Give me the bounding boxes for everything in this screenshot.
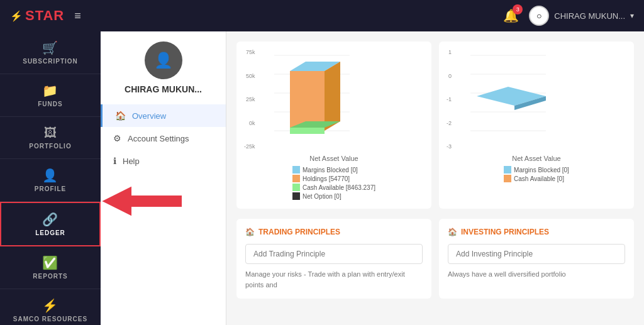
- y-label-r3: -1: [447, 96, 452, 102]
- y-label: 0k: [244, 120, 255, 126]
- charts-row: 75k 50k 25k 0k -25k: [236, 41, 634, 209]
- bar-chart-right: [458, 49, 558, 150]
- trading-principles-card: 🏠 TRADING PRINCIPLES Manage your risks -…: [236, 219, 431, 299]
- sidebar-item-profile[interactable]: 👤 PROFILE: [0, 159, 101, 202]
- chart-card-right: 1 0 -1 -2 -3: [439, 41, 634, 209]
- main-content: 75k 50k 25k 0k -25k: [226, 31, 644, 325]
- header: ⚡ STAR ≡ 🔔 3 ○ CHIRAG MUKUN... ▾: [0, 0, 644, 31]
- chevron-down-icon: ▾: [630, 11, 634, 20]
- header-right: 🔔 3 ○ CHIRAG MUKUN... ▾: [503, 6, 634, 26]
- legend-item-holdings: Holdings [54770]: [292, 175, 375, 182]
- y-label: 75k: [244, 49, 255, 55]
- svg-marker-0: [101, 185, 182, 217]
- logo-icon: ⚡: [10, 10, 23, 22]
- bell-wrapper[interactable]: 🔔 3: [503, 8, 519, 23]
- investing-principles-label: INVESTING PRINCIPLES: [461, 228, 549, 236]
- sidebar-item-samco-resources[interactable]: ⚡ SAMCO RESOURCES: [0, 289, 101, 325]
- y-axis-right: 1 0 -1 -2 -3: [447, 49, 453, 150]
- content-area: 👤 CHIRAG MUKUN... 🏠 Overview ⚙ Account S…: [101, 31, 644, 325]
- add-trading-principle-input[interactable]: [245, 244, 423, 264]
- overview-label: Overview: [132, 111, 166, 121]
- user-info[interactable]: ○ CHIRAG MUKUN... ▾: [529, 6, 634, 26]
- investing-principles-card: 🏠 INVESTING PRINCIPLES Always have a wel…: [439, 219, 634, 299]
- principles-row: 🏠 TRADING PRINCIPLES Manage your risks -…: [236, 219, 634, 299]
- svg-marker-8: [325, 62, 340, 131]
- legend-label-cash: Cash Available [8463.237]: [303, 184, 375, 191]
- trading-principles-title: 🏠 TRADING PRINCIPLES: [245, 228, 423, 236]
- profile-menu-account-settings[interactable]: ⚙ Account Settings: [101, 127, 226, 150]
- legend-item-cash-r: Cash Available [0]: [504, 175, 569, 182]
- profile-menu: 🏠 Overview ⚙ Account Settings ℹ Help: [101, 104, 226, 172]
- user-name: CHIRAG MUKUN...: [554, 11, 625, 21]
- menu-icon[interactable]: ≡: [74, 9, 81, 23]
- sidebar-label-portfolio: PORTFOLIO: [29, 143, 71, 150]
- bell-badge: 3: [513, 4, 523, 14]
- chart-card-left: 75k 50k 25k 0k -25k: [236, 41, 431, 209]
- sidebar-item-portfolio[interactable]: 🖼 PORTFOLIO: [0, 117, 101, 159]
- y-label: 25k: [244, 96, 255, 102]
- sidebar-label-funds: FUNDS: [38, 101, 62, 107]
- legend-label-holdings: Holdings [54770]: [303, 175, 350, 182]
- user-avatar: ○: [529, 6, 549, 26]
- profile-menu-help[interactable]: ℹ Help: [101, 150, 226, 172]
- profile-icon: 👤: [42, 168, 58, 183]
- investing-principles-text: Always have a well diversified portfolio: [448, 269, 625, 280]
- subscription-icon: 🛒: [42, 40, 58, 55]
- home-icon-trading: 🏠: [245, 228, 255, 236]
- reports-icon: ✅: [42, 255, 58, 270]
- overview-icon: 🏠: [115, 111, 126, 121]
- legend-item-margins-r: Margins Blocked [0]: [504, 166, 569, 174]
- bar-chart-left: [262, 49, 362, 150]
- profile-avatar-large: 👤: [145, 41, 182, 79]
- ledger-icon: 🔗: [42, 212, 58, 227]
- add-investing-principle-input[interactable]: [448, 244, 625, 264]
- y-label: -25k: [244, 143, 255, 150]
- header-left: ⚡ STAR ≡: [10, 8, 81, 24]
- samco-resources-icon: ⚡: [42, 298, 58, 313]
- legend-item-net-option: Net Option [0]: [292, 192, 375, 200]
- main-layout: 🛒 SUBSCRIPTION 📁 FUNDS 🖼 PORTFOLIO 👤 PRO…: [0, 31, 644, 325]
- logo: ⚡ STAR: [10, 8, 64, 24]
- account-settings-label: Account Settings: [128, 134, 189, 143]
- chart-title-left: Net Asset Value: [309, 155, 358, 162]
- settings-icon: ⚙: [113, 133, 121, 143]
- sidebar-label-subscription: SUBSCRIPTION: [23, 58, 78, 65]
- sidebar-item-ledger[interactable]: 🔗 LEDGER: [0, 202, 101, 246]
- sidebar-item-subscription[interactable]: 🛒 SUBSCRIPTION: [0, 31, 101, 74]
- legend-item-margins: Margins Blocked [0]: [292, 166, 375, 174]
- profile-menu-overview[interactable]: 🏠 Overview: [101, 104, 226, 127]
- profile-panel: 👤 CHIRAG MUKUN... 🏠 Overview ⚙ Account S…: [101, 31, 226, 325]
- legend-label-margins: Margins Blocked [0]: [303, 167, 358, 174]
- chart-legend-right: Margins Blocked [0] Cash Available [0]: [504, 166, 569, 184]
- ledger-arrow: [101, 182, 182, 223]
- sidebar-label-ledger: LEDGER: [35, 229, 65, 236]
- help-label: Help: [123, 157, 140, 166]
- trading-principles-text: Manage your risks - Trade with a plan wi…: [245, 269, 423, 290]
- trading-principles-label: TRADING PRINCIPLES: [258, 228, 340, 236]
- legend-color-margins-r: [504, 166, 511, 174]
- y-label: 50k: [244, 73, 255, 79]
- logo-text: STAR: [25, 8, 64, 24]
- y-label-r1: 1: [447, 49, 452, 55]
- portfolio-icon: 🖼: [44, 126, 57, 140]
- legend-color-margins: [292, 166, 300, 174]
- legend-color-net-option: [292, 192, 300, 200]
- chart-title-right: Net Asset Value: [512, 155, 560, 162]
- legend-label-margins-r: Margins Blocked [0]: [514, 167, 569, 174]
- legend-color-holdings: [292, 175, 300, 182]
- investing-principles-title: 🏠 INVESTING PRINCIPLES: [448, 228, 625, 236]
- profile-name: CHIRAG MUKUN...: [125, 84, 202, 94]
- legend-color-cash-r: [504, 175, 511, 182]
- y-label-r4: -2: [447, 120, 452, 126]
- chart-legend-left: Margins Blocked [0] Holdings [54770] Cas…: [292, 166, 375, 201]
- sidebar: 🛒 SUBSCRIPTION 📁 FUNDS 🖼 PORTFOLIO 👤 PRO…: [0, 31, 101, 325]
- legend-label-net-option: Net Option [0]: [303, 193, 341, 200]
- sidebar-item-funds[interactable]: 📁 FUNDS: [0, 74, 101, 117]
- y-label-r5: -3: [447, 143, 452, 150]
- sidebar-label-profile: PROFILE: [35, 185, 66, 192]
- legend-item-cash: Cash Available [8463.237]: [292, 184, 375, 191]
- sidebar-item-reports[interactable]: ✅ REPORTS: [0, 246, 101, 289]
- svg-rect-9: [290, 128, 325, 134]
- help-icon: ℹ: [113, 156, 116, 166]
- legend-label-cash-r: Cash Available [0]: [514, 175, 564, 182]
